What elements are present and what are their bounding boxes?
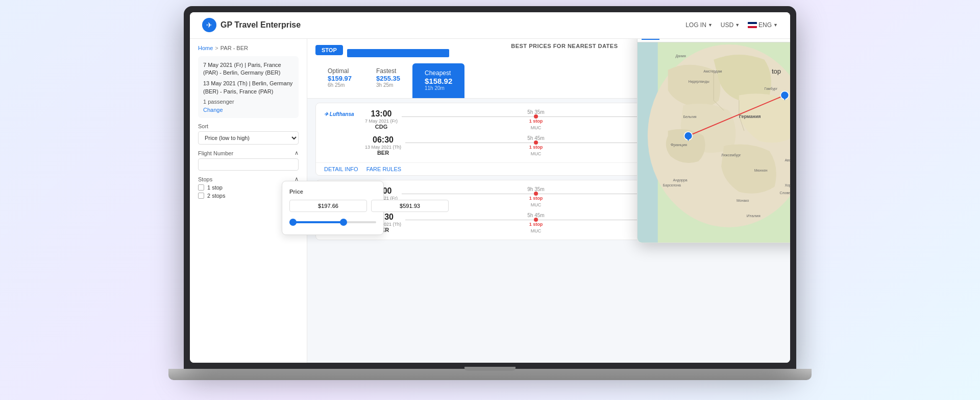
header-right: LOG IN ▼ USD ▼ ENG ▼	[685, 21, 778, 29]
price-popup-title: Price	[289, 189, 376, 195]
flight-number-input[interactable]	[198, 158, 299, 171]
cheapest-price: $158.92	[425, 77, 452, 85]
flight-1-depart-code: CDG	[365, 124, 398, 130]
flight-2-outbound-stop-airport: MUC	[531, 202, 542, 207]
flight-1-outbound-duration: 5h 35m	[527, 109, 544, 115]
price-slider[interactable]	[289, 217, 376, 227]
stop-dot	[534, 114, 538, 119]
stop-dot-2	[534, 192, 538, 196]
map-container: Карта Спутник ⛶	[638, 39, 790, 243]
flight-1-outbound-line: ✈	[402, 116, 670, 117]
flight-1-airline: ✈ Lufthansa	[324, 109, 365, 156]
line-2-left	[402, 194, 536, 194]
stop-1-checkbox[interactable]	[198, 184, 204, 191]
flight-1-depart-time: 13:00	[365, 109, 398, 119]
stop-dot-r	[534, 140, 538, 145]
flight-2-return-stop-airport: MUC	[531, 228, 542, 233]
flight-1-airline-name: ✈ Lufthansa	[324, 111, 354, 117]
svg-text:Андорра: Андорра	[673, 178, 688, 182]
laptop-shell: ✈ GP Travel Enterprise LOG IN ▼ USD ▼	[158, 6, 822, 394]
price-min-input[interactable]	[289, 200, 367, 212]
map-tab-map[interactable]: Карта	[642, 39, 659, 40]
laptop-notch	[464, 367, 516, 371]
map-svg: Нидерланды Дания Германия Франция Гамбур…	[638, 39, 790, 243]
optimal-duration: 6h 25m	[328, 82, 352, 88]
flight-1-return-depart: 06:30 13 May 2021 (Th) BER	[365, 135, 401, 156]
flight-2-outbound-duration: 9h 35m	[527, 186, 544, 192]
svg-text:Словения: Словения	[779, 191, 790, 195]
svg-text:Германия: Германия	[739, 114, 761, 119]
fastest-label: Fastest	[376, 67, 400, 75]
flight-1-return-depart-date: 13 May 2021 (Th)	[365, 145, 401, 150]
trip-outbound: 7 May 2021 (Fr) | Paris, France (PAR) - …	[203, 61, 293, 77]
map-overlay: Карта Спутник ⛶	[637, 39, 790, 243]
flight-1-return-line: ✈	[405, 143, 667, 143]
language-button[interactable]: ENG ▼	[748, 21, 778, 29]
slider-thumb-left[interactable]	[289, 219, 297, 226]
svg-text:Монако: Монако	[737, 199, 749, 202]
currency-button[interactable]: USD ▼	[721, 21, 740, 29]
svg-text:Нидерланды: Нидерланды	[688, 79, 709, 83]
svg-text:Италия: Италия	[747, 214, 761, 218]
flight-1-return-depart-code: BER	[365, 150, 401, 156]
svg-text:Бельгия: Бельгия	[683, 115, 697, 119]
flight-number-section: Flight Number ∧	[198, 150, 299, 171]
stop-2-label: 2 stops	[207, 193, 290, 199]
stop-button[interactable]: STOP	[315, 45, 343, 55]
tab-cheapest[interactable]: Cheapest $158.92 11h 20m	[412, 63, 464, 98]
laptop-base	[168, 369, 812, 380]
detail-info-link[interactable]: DETAIL INFO	[324, 166, 358, 172]
price-filter-popup: Price	[282, 181, 384, 235]
trip-passengers: 1 passenger	[203, 99, 293, 105]
map-header: Карта Спутник ⛶	[638, 39, 790, 42]
svg-text:Гамбург: Гамбург	[765, 87, 778, 91]
login-arrow-icon: ▼	[708, 22, 713, 28]
slider-thumb-right[interactable]	[340, 219, 347, 226]
flight-1-outbound-depart: 13:00 7 May 2021 (Fr) CDG	[365, 109, 398, 130]
flight-number-label: Flight Number ∧	[198, 150, 299, 156]
tab-fastest[interactable]: Fastest $255.35 3h 25m	[364, 61, 412, 98]
tab-optimal[interactable]: Optimal $159.97 6h 25m	[315, 61, 364, 98]
price-max-input[interactable]	[371, 200, 449, 212]
fastest-price: $255.35	[376, 75, 400, 82]
map-tab-satellite[interactable]: Спутник	[664, 39, 687, 40]
trip-return: 13 May 2021 (Th) | Berlin, Germany (BER)…	[203, 80, 293, 96]
main-content: Home > PAR - BER 7 May 2021 (Fr) | Paris…	[190, 39, 790, 363]
stop-2-checkbox[interactable]	[198, 193, 204, 199]
flight-1-depart-date: 7 May 2021 (Fr)	[365, 119, 398, 124]
svg-text:Барселона: Барселона	[663, 183, 681, 187]
svg-text:Амстердам: Амстердам	[703, 69, 722, 73]
app-title: GP Travel Enterprise	[220, 20, 301, 30]
svg-text:Франция: Франция	[671, 142, 688, 147]
svg-text:Австрия: Австрия	[785, 158, 790, 162]
flight-2-outbound-line: ✈	[402, 194, 670, 194]
breadcrumb-home[interactable]: Home	[198, 45, 213, 51]
app-header: ✈ GP Travel Enterprise LOG IN ▼ USD ▼	[190, 12, 790, 39]
login-button[interactable]: LOG IN ▼	[685, 21, 713, 29]
change-link[interactable]: Change	[203, 107, 293, 113]
logo-icon: ✈	[202, 18, 216, 32]
sort-select[interactable]: Price (low to high)	[198, 131, 299, 145]
flight-2-return-line: ✈	[405, 220, 667, 220]
flight-1-return-route: 5h 45m ✈ 1 stop	[405, 135, 667, 156]
screen-content: ✈ GP Travel Enterprise LOG IN ▼ USD ▼	[190, 12, 790, 363]
svg-text:Хорватия: Хорватия	[785, 183, 790, 187]
flight-2-return-duration: 5h 45m	[527, 213, 544, 218]
flight-1-outbound-route: 5h 35m ✈ 1 stop	[402, 109, 670, 130]
flight-number-arrow-icon: ∧	[295, 150, 299, 156]
flight-1-outbound-stop: 1 stop	[529, 119, 543, 124]
breadcrumb-sep: >	[215, 45, 218, 51]
trip-info: 7 May 2021 (Fr) | Paris, France (PAR) - …	[198, 56, 299, 119]
line-left-r	[405, 143, 536, 143]
cheapest-label: Cheapest	[425, 69, 452, 77]
logo-area: ✈ GP Travel Enterprise	[202, 18, 301, 32]
fastest-duration: 3h 25m	[376, 82, 400, 88]
fare-rules-link[interactable]: FARE RULES	[366, 166, 401, 172]
flag-icon	[748, 22, 757, 28]
line-left	[402, 116, 536, 117]
currency-arrow-icon: ▼	[735, 22, 740, 28]
flight-1-return-stop: 1 stop	[529, 145, 543, 150]
stop-1-label: 1 stop	[207, 184, 287, 191]
optimal-price: $159.97	[328, 75, 352, 82]
svg-text:Мюнхен: Мюнхен	[754, 168, 768, 172]
